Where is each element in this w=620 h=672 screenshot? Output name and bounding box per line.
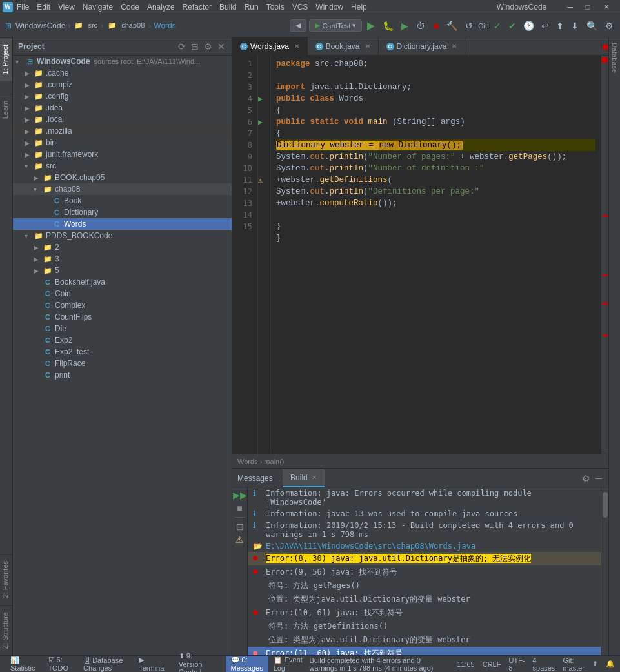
msg-path-line[interactable]: 📂 E:\JAVA\111\WindowsCode\src\chap08\Wor… (248, 540, 601, 552)
left-tab-project[interactable]: 1: Project (0, 37, 12, 81)
menu-file[interactable]: File (17, 3, 29, 12)
close-panel-icon[interactable]: ✕ (216, 41, 226, 52)
left-tab-favorites[interactable]: 2: Favorites (0, 554, 12, 604)
back-btn[interactable]: ◀ (290, 19, 306, 32)
indent-label[interactable]: 4 spaces (533, 657, 555, 672)
menu-navigate[interactable]: Navigate (83, 3, 113, 12)
menu-code[interactable]: Code (121, 3, 139, 12)
msg-path[interactable]: E:\JAVA\111\WindowsCode\src\chap08\Words… (266, 542, 475, 551)
tree-item-idea[interactable]: ▶ 📁 .idea (13, 102, 232, 114)
statistic-tab[interactable]: 📊 Statistic (5, 656, 41, 672)
msg-settings-icon[interactable]: ⚙ (581, 473, 592, 484)
menu-view[interactable]: View (58, 3, 75, 12)
reload-button[interactable]: ↺ (463, 19, 475, 32)
push-icon[interactable]: ⬆ (592, 660, 598, 668)
tree-item-countflips[interactable]: C CountFlips (13, 311, 232, 323)
coverage-button[interactable]: ▶ (399, 19, 411, 32)
tree-item-local[interactable]: ▶ 📁 .local (13, 114, 232, 125)
msg-filter-icon[interactable]: ⊟ (235, 522, 245, 532)
tree-item-book[interactable]: C Book (13, 195, 232, 207)
build-button[interactable]: 🔨 (444, 19, 460, 32)
messages-content[interactable]: ℹ Information: java: Errors occurred whi… (248, 487, 601, 655)
git-clock-btn[interactable]: 🕐 (521, 19, 537, 32)
tab-close-book[interactable]: ✕ (365, 43, 370, 50)
tree-item-exp2[interactable]: C Exp2 (13, 334, 232, 346)
tree-item-die[interactable]: C Die (13, 323, 232, 334)
tree-item-compiz[interactable]: ▶ 📁 .compiz (13, 79, 232, 90)
run-config-btn[interactable]: ▶ CardTest ▾ (309, 19, 362, 32)
search-everywhere-btn[interactable]: 🔍 (584, 19, 600, 32)
msg-stop-icon[interactable]: ■ (235, 503, 243, 513)
tree-item-root[interactable]: ▾ ⊞ WindowsCode sources root, E:\JAVA\11… (13, 56, 232, 67)
menu-vcs[interactable]: VCS (292, 3, 308, 12)
git-fetch-btn[interactable]: ⬇ (568, 19, 581, 32)
profile-button[interactable]: ⏱ (414, 19, 428, 32)
position-label[interactable]: 11:65 (457, 660, 475, 668)
msg-scrollbar[interactable] (601, 487, 608, 655)
msg-warning-icon[interactable]: ⚠ (234, 535, 245, 545)
debug-button[interactable]: 🐛 (380, 19, 396, 32)
maximize-btn[interactable]: □ (586, 3, 590, 12)
msg-error-1[interactable]: ● Error:(8, 30) java: java.util.Dictiona… (248, 552, 601, 565)
tree-item-exp2test[interactable]: C Exp2_test (13, 346, 232, 358)
tree-item-dictionary[interactable]: C Dictionary (13, 207, 232, 218)
menu-tools[interactable]: Tools (266, 3, 285, 12)
msg-info-1[interactable]: ℹ Information: java: Errors occurred whi… (248, 487, 601, 508)
stop-button[interactable]: ■ (430, 19, 441, 32)
tab-close-dict[interactable]: ✕ (452, 43, 457, 50)
settings-gear-icon[interactable]: ⚙ (603, 19, 616, 32)
tree-item-bookshelf[interactable]: C Bookshelf.java (13, 276, 232, 288)
tree-item-words[interactable]: C Words (13, 218, 232, 230)
tab-words[interactable]: C Words.java ✕ (232, 37, 308, 56)
tree-item-src[interactable]: ▾ 📁 src (13, 160, 232, 172)
breadcrumb-src[interactable]: 📁 src (73, 21, 99, 30)
close-btn[interactable]: ✕ (603, 3, 610, 12)
line-ending-label[interactable]: CRLF (483, 660, 501, 668)
minimize-btn[interactable]: ─ (567, 3, 573, 12)
tree-item-chap08[interactable]: ▾ 📁 chap08 (13, 183, 232, 195)
menu-run[interactable]: Run (245, 3, 259, 12)
sync-icon[interactable]: ⟳ (177, 41, 187, 52)
msg-run-icon[interactable]: ▶▶ (232, 490, 248, 500)
left-tab-learn[interactable]: Learn (0, 94, 12, 125)
tree-item-filprace[interactable]: C FilpRace (13, 358, 232, 369)
menu-refactor[interactable]: Refactor (183, 3, 212, 12)
breadcrumb-words[interactable]: Words (154, 21, 175, 30)
menu-build[interactable]: Build (219, 3, 237, 12)
tab-book[interactable]: C Book.java ✕ (308, 37, 379, 56)
menu-help[interactable]: Help (351, 3, 367, 12)
tree-item-coin[interactable]: C Coin (13, 288, 232, 300)
notifications-icon[interactable]: 🔔 (606, 660, 615, 668)
git-check-btn[interactable]: ✓ (491, 19, 504, 32)
tree-item-bin[interactable]: ▶ 📁 bin (13, 137, 232, 148)
msg-error-4[interactable]: ● Error:(11, 60) java: 找不到符号 (248, 647, 601, 655)
tree-item-mozilla[interactable]: ▶ 📁 .mozilla (13, 125, 232, 137)
menu-analyze[interactable]: Analyze (147, 3, 175, 12)
msg-error-3[interactable]: ● Error:(10, 61) java: 找不到符号 (248, 606, 601, 620)
breadcrumb-root[interactable]: WindowsCode (15, 21, 65, 30)
tree-item-3[interactable]: ▶ 📁 3 (13, 253, 232, 265)
tree-item-2[interactable]: ▶ 📁 2 (13, 241, 232, 253)
tree-item-print[interactable]: C print (13, 369, 232, 381)
messages-tab[interactable]: 💬 0: Messages (226, 656, 268, 672)
run-button[interactable]: ▶ (365, 18, 377, 33)
tab-dictionary[interactable]: C Dictionary.java ✕ (379, 37, 466, 56)
msg-info-2[interactable]: ℹ Information: javac 13 was used to comp… (248, 508, 601, 520)
tree-item-junit[interactable]: ▶ 📁 junit.framework (13, 148, 232, 160)
git-branch-label[interactable]: Git: master (563, 657, 585, 672)
git-push-btn[interactable]: ⬆ (554, 19, 566, 32)
code-content[interactable]: package src.chap08; import java.util.Dic… (271, 56, 601, 454)
tree-item-pdds[interactable]: ▾ 📁 PDDS_BOOKCode (13, 230, 232, 241)
msg-info-3[interactable]: ℹ Information: 2019/10/2 15:13 - Build c… (248, 520, 601, 540)
tree-item-5[interactable]: ▶ 📁 5 (13, 265, 232, 276)
right-tab-database[interactable]: Database (609, 37, 620, 78)
menu-window[interactable]: Window (315, 3, 343, 12)
menu-edit[interactable]: Edit (37, 3, 50, 12)
terminal-tab[interactable]: ▶ Terminal (134, 656, 171, 672)
tree-item-bookchap05[interactable]: ▶ 📁 BOOK.chap05 (13, 172, 232, 183)
build-tab-close[interactable]: ✕ (312, 474, 317, 481)
todo-tab[interactable]: ☑ 6: TODO (43, 656, 76, 672)
vcs-tab[interactable]: ⬆ 9: Version Control (174, 652, 223, 672)
git-undo-btn[interactable]: ↩ (539, 19, 552, 32)
db-changes-tab[interactable]: 🗄 Database Changes (78, 657, 131, 672)
